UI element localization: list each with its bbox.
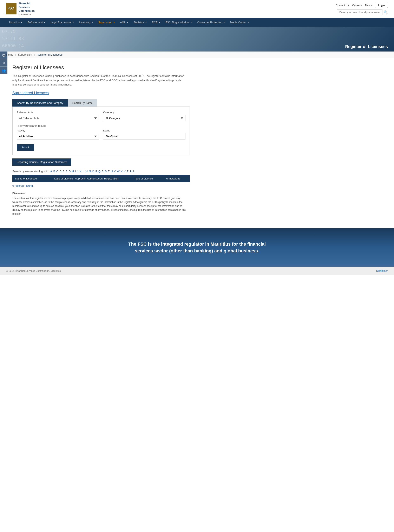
search-bar: 🔍 bbox=[337, 10, 388, 15]
category-group: Category All Category bbox=[103, 111, 186, 121]
footer-bottom: © 2016 Financial Services Commission, Ma… bbox=[0, 267, 394, 275]
alpha-f[interactable]: F bbox=[66, 170, 67, 173]
breadcrumb-current: Register of Licensees bbox=[37, 53, 62, 56]
nav-legal-framework[interactable]: Legal Framework ▼ bbox=[48, 18, 77, 27]
disclaimer-title: Disclaimer bbox=[12, 191, 190, 195]
disclaimer-box: Disclaimer The contents of this register… bbox=[12, 191, 190, 216]
surrendered-licences-link[interactable]: Surrendered Licences bbox=[12, 91, 190, 95]
nav-about-us[interactable]: About Us ▼ bbox=[6, 18, 25, 27]
form-row-2: Activity All Activities Name bbox=[17, 129, 186, 139]
activity-label: Activity bbox=[17, 129, 99, 132]
search-input[interactable] bbox=[337, 10, 383, 15]
col-name-of-licensee: Name of Licensee bbox=[12, 175, 51, 182]
filter-label: Filter your search results bbox=[17, 124, 186, 127]
alpha-a[interactable]: A bbox=[50, 170, 52, 173]
activity-select[interactable]: All Activities bbox=[17, 133, 99, 139]
breadcrumb-sep1: | bbox=[15, 53, 16, 56]
alpha-v[interactable]: V bbox=[114, 170, 116, 173]
tab-relevant-acts[interactable]: Search By Relevant Acts and Category bbox=[12, 99, 68, 106]
reporting-issuers-button[interactable]: Reporting Issuers - Registration Stateme… bbox=[12, 158, 71, 166]
svg-text:FSC: FSC bbox=[7, 6, 14, 10]
login-button[interactable]: Login bbox=[375, 3, 388, 8]
top-bar-links: Contact Us Careers News Login bbox=[336, 3, 388, 8]
search-icon[interactable]: 🔍 bbox=[384, 10, 388, 14]
activity-group: Activity All Activities bbox=[17, 129, 99, 139]
mail-icon[interactable]: ✉ bbox=[0, 59, 7, 66]
news-link[interactable]: News bbox=[365, 4, 372, 7]
no-records-message: 0 record(s) found. bbox=[12, 184, 190, 187]
nav-rce[interactable]: RCE ▼ bbox=[150, 18, 163, 27]
name-input[interactable] bbox=[103, 133, 186, 139]
nav-consumer-protection[interactable]: Consumer Protection ▼ bbox=[195, 18, 228, 27]
intro-text: This Register of Licensees is being publ… bbox=[12, 74, 190, 87]
relevant-acts-select[interactable]: All Relevant Acts bbox=[17, 115, 99, 121]
hero-title: Register of Licensees bbox=[339, 42, 394, 51]
footer-disclaimer-link[interactable]: Disclaimer bbox=[376, 269, 388, 272]
category-label: Category bbox=[103, 111, 186, 114]
alpha-u[interactable]: U bbox=[111, 170, 113, 173]
tab-search-by-name[interactable]: Search By Name bbox=[68, 99, 97, 106]
relevant-acts-group: Relevant Acts All Relevant Acts bbox=[17, 111, 99, 121]
hero-background-numbers: 67.7553111.8366690.1449566.7245788.72420… bbox=[0, 27, 26, 51]
form-row-1: Relevant Acts All Relevant Acts Category… bbox=[17, 111, 186, 121]
alpha-d[interactable]: D bbox=[59, 170, 61, 173]
alpha-g[interactable]: G bbox=[69, 170, 71, 173]
users-icon[interactable]: 👥 bbox=[0, 67, 7, 74]
nav-licensing[interactable]: Licensing ▼ bbox=[77, 18, 96, 27]
alpha-e[interactable]: E bbox=[63, 170, 65, 173]
nav-aml[interactable]: AML ▼ bbox=[118, 18, 131, 27]
alpha-r[interactable]: R bbox=[102, 170, 104, 173]
logo-symbol: FSC bbox=[6, 3, 16, 15]
nav-fsc-single-window[interactable]: FSC Single Window ▼ bbox=[163, 18, 195, 27]
alpha-k[interactable]: K bbox=[80, 170, 82, 173]
nav-supervision[interactable]: Supervision ▼ bbox=[96, 18, 118, 27]
alpha-x[interactable]: X bbox=[121, 170, 123, 173]
alpha-l[interactable]: L bbox=[83, 170, 84, 173]
top-bar: FSC FinancialServicesCommissionMAURITIUS… bbox=[0, 0, 394, 18]
alpha-q[interactable]: Q bbox=[98, 170, 100, 173]
breadcrumb-sep2: | bbox=[34, 53, 35, 56]
alpha-t[interactable]: T bbox=[108, 170, 109, 173]
alpha-i[interactable]: I bbox=[75, 170, 76, 173]
alpha-o[interactable]: O bbox=[92, 170, 94, 173]
alpha-n[interactable]: N bbox=[89, 170, 91, 173]
alpha-search-label: Search by names starting with: bbox=[12, 170, 49, 173]
submit-button[interactable]: Submit bbox=[17, 144, 34, 151]
alpha-b[interactable]: B bbox=[53, 170, 55, 173]
email-icon[interactable]: @ bbox=[0, 51, 7, 59]
alpha-j[interactable]: J bbox=[77, 170, 79, 173]
col-annotations: Annotations bbox=[163, 175, 190, 182]
relevant-acts-label: Relevant Acts bbox=[17, 111, 99, 114]
breadcrumb-supervision[interactable]: Supervision bbox=[18, 53, 32, 56]
alpha-c[interactable]: C bbox=[56, 170, 58, 173]
col-type-of-licence: Type of Licence bbox=[131, 175, 163, 182]
results-table: Name of Licensee Date of Licence / Appro… bbox=[12, 175, 190, 182]
category-select[interactable]: All Category bbox=[103, 115, 186, 121]
nav-bar: About Us ▼ Enforcement ▼ Legal Framework… bbox=[0, 18, 394, 27]
alpha-s[interactable]: S bbox=[105, 170, 107, 173]
name-label: Name bbox=[103, 129, 186, 132]
alpha-m[interactable]: M bbox=[85, 170, 88, 173]
name-group: Name bbox=[103, 129, 186, 139]
col-date-of-licence: Date of Licence / Approval/ Authorisatio… bbox=[51, 175, 131, 182]
alpha-h[interactable]: H bbox=[72, 170, 74, 173]
search-form: Relevant Acts All Relevant Acts Category… bbox=[12, 106, 190, 155]
footer-hero: The FSC is the integrated regulator in M… bbox=[0, 228, 394, 267]
alpha-z[interactable]: Z bbox=[127, 170, 129, 173]
contact-us-link[interactable]: Contact Us bbox=[336, 4, 349, 7]
nav-statistics[interactable]: Statistics ▼ bbox=[131, 18, 150, 27]
alpha-all[interactable]: ALL bbox=[130, 170, 135, 173]
careers-link[interactable]: Careers bbox=[352, 4, 362, 7]
footer-hero-text: The FSC is the integrated regulator in M… bbox=[125, 241, 269, 254]
footer-copyright: © 2016 Financial Services Commission, Ma… bbox=[6, 269, 61, 272]
logo-area: FSC FinancialServicesCommissionMAURITIUS bbox=[6, 2, 35, 16]
alpha-p[interactable]: P bbox=[95, 170, 97, 173]
breadcrumb: Home | Supervision | Register of License… bbox=[0, 51, 394, 58]
page-title: Register of Licensees bbox=[12, 64, 190, 71]
search-tabs: Search By Relevant Acts and Category Sea… bbox=[12, 99, 190, 106]
nav-media-corner[interactable]: Media Corner ▼ bbox=[228, 18, 252, 27]
hero-banner: 67.7553111.8366690.1449566.7245788.72420… bbox=[0, 27, 394, 51]
nav-enforcement[interactable]: Enforcement ▼ bbox=[25, 18, 48, 27]
alpha-w[interactable]: W bbox=[117, 170, 119, 173]
alpha-y[interactable]: Y bbox=[124, 170, 126, 173]
